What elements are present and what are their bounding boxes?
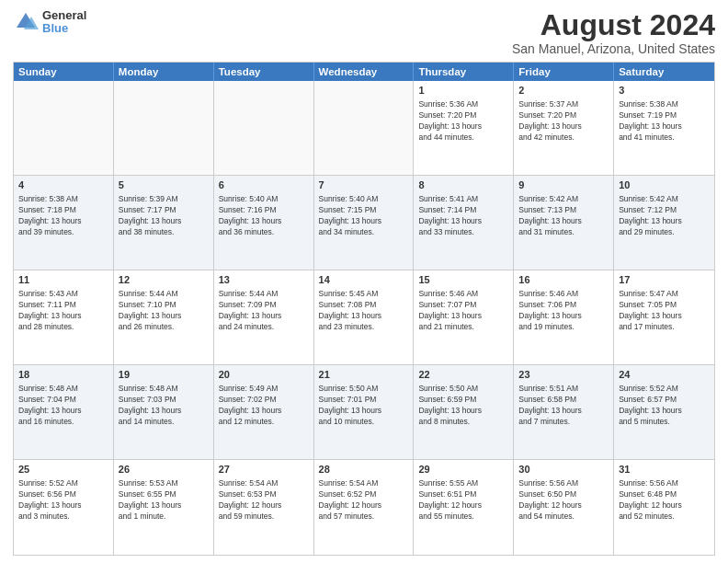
cell-info: Sunrise: 5:42 AM Sunset: 7:13 PM Dayligh…: [518, 194, 609, 238]
day-number: 30: [518, 463, 609, 477]
cell-info: Sunrise: 5:54 AM Sunset: 6:53 PM Dayligh…: [219, 478, 309, 523]
week-row-2: 4Sunrise: 5:38 AM Sunset: 7:18 PM Daylig…: [14, 176, 714, 270]
day-number: 24: [619, 368, 710, 382]
cell-info: Sunrise: 5:52 AM Sunset: 6:57 PM Dayligh…: [619, 384, 710, 428]
calendar-body: 1Sunrise: 5:36 AM Sunset: 7:20 PM Daylig…: [14, 81, 714, 555]
day-number: 5: [119, 178, 209, 192]
table-row: 26Sunrise: 5:53 AM Sunset: 6:55 PM Dayli…: [114, 460, 214, 555]
day-number: 29: [418, 463, 508, 477]
month-title: August 2024: [512, 9, 715, 41]
cell-info: Sunrise: 5:47 AM Sunset: 7:05 PM Dayligh…: [619, 289, 710, 333]
cell-info: Sunrise: 5:40 AM Sunset: 7:15 PM Dayligh…: [319, 194, 409, 238]
cell-info: Sunrise: 5:38 AM Sunset: 7:18 PM Dayligh…: [18, 194, 108, 238]
cell-info: Sunrise: 5:54 AM Sunset: 6:52 PM Dayligh…: [319, 478, 409, 523]
table-row: 22Sunrise: 5:50 AM Sunset: 6:59 PM Dayli…: [414, 365, 514, 459]
cell-info: Sunrise: 5:51 AM Sunset: 6:58 PM Dayligh…: [518, 384, 609, 428]
table-row: 19Sunrise: 5:48 AM Sunset: 7:03 PM Dayli…: [114, 365, 214, 459]
table-row: 5Sunrise: 5:39 AM Sunset: 7:17 PM Daylig…: [114, 176, 214, 270]
cell-info: Sunrise: 5:56 AM Sunset: 6:50 PM Dayligh…: [518, 478, 609, 523]
day-number: 26: [119, 463, 209, 477]
cell-info: Sunrise: 5:56 AM Sunset: 6:48 PM Dayligh…: [619, 478, 710, 523]
table-row: 23Sunrise: 5:51 AM Sunset: 6:58 PM Dayli…: [514, 365, 614, 459]
day-number: 15: [418, 273, 508, 287]
cell-info: Sunrise: 5:48 AM Sunset: 7:03 PM Dayligh…: [119, 384, 209, 428]
week-row-5: 25Sunrise: 5:52 AM Sunset: 6:56 PM Dayli…: [14, 460, 714, 555]
cell-info: Sunrise: 5:42 AM Sunset: 7:12 PM Dayligh…: [619, 194, 710, 238]
table-row: 27Sunrise: 5:54 AM Sunset: 6:53 PM Dayli…: [214, 460, 314, 555]
table-row: 12Sunrise: 5:44 AM Sunset: 7:10 PM Dayli…: [114, 270, 214, 364]
day-number: 3: [619, 84, 710, 98]
table-row: 24Sunrise: 5:52 AM Sunset: 6:57 PM Dayli…: [614, 365, 714, 459]
day-number: 21: [319, 368, 409, 382]
day-number: 14: [319, 273, 409, 287]
cell-info: Sunrise: 5:36 AM Sunset: 7:20 PM Dayligh…: [418, 99, 508, 144]
table-row: [314, 81, 415, 175]
cell-info: Sunrise: 5:53 AM Sunset: 6:55 PM Dayligh…: [119, 478, 209, 523]
day-number: 31: [619, 463, 710, 477]
cell-info: Sunrise: 5:52 AM Sunset: 6:56 PM Dayligh…: [18, 478, 108, 523]
header-saturday: Saturday: [614, 63, 714, 81]
week-row-4: 18Sunrise: 5:48 AM Sunset: 7:04 PM Dayli…: [14, 365, 714, 460]
header-thursday: Thursday: [414, 63, 514, 81]
table-row: 7Sunrise: 5:40 AM Sunset: 7:15 PM Daylig…: [314, 176, 415, 270]
cell-info: Sunrise: 5:50 AM Sunset: 7:01 PM Dayligh…: [319, 384, 409, 428]
table-row: 10Sunrise: 5:42 AM Sunset: 7:12 PM Dayli…: [614, 176, 714, 270]
day-number: 7: [319, 178, 409, 192]
table-row: [114, 81, 214, 175]
table-row: 21Sunrise: 5:50 AM Sunset: 7:01 PM Dayli…: [314, 365, 415, 459]
location: San Manuel, Arizona, United States: [512, 41, 715, 56]
table-row: 18Sunrise: 5:48 AM Sunset: 7:04 PM Dayli…: [14, 365, 114, 459]
table-row: 28Sunrise: 5:54 AM Sunset: 6:52 PM Dayli…: [314, 460, 415, 555]
calendar: Sunday Monday Tuesday Wednesday Thursday…: [13, 62, 715, 556]
day-number: 9: [518, 178, 609, 192]
day-number: 11: [18, 273, 108, 287]
table-row: [214, 81, 314, 175]
table-row: 17Sunrise: 5:47 AM Sunset: 7:05 PM Dayli…: [614, 270, 714, 364]
table-row: 2Sunrise: 5:37 AM Sunset: 7:20 PM Daylig…: [514, 81, 614, 175]
table-row: 14Sunrise: 5:45 AM Sunset: 7:08 PM Dayli…: [314, 270, 415, 364]
table-row: 16Sunrise: 5:46 AM Sunset: 7:06 PM Dayli…: [514, 270, 614, 364]
day-number: 13: [219, 273, 309, 287]
cell-info: Sunrise: 5:44 AM Sunset: 7:10 PM Dayligh…: [119, 289, 209, 333]
table-row: 20Sunrise: 5:49 AM Sunset: 7:02 PM Dayli…: [214, 365, 314, 459]
table-row: 8Sunrise: 5:41 AM Sunset: 7:14 PM Daylig…: [414, 176, 514, 270]
table-row: 31Sunrise: 5:56 AM Sunset: 6:48 PM Dayli…: [614, 460, 714, 555]
page: General Blue August 2024 San Manuel, Ari…: [0, 0, 728, 563]
title-block: August 2024 San Manuel, Arizona, United …: [512, 9, 715, 56]
header-monday: Monday: [114, 63, 214, 81]
day-number: 6: [219, 178, 309, 192]
day-number: 27: [219, 463, 309, 477]
week-row-1: 1Sunrise: 5:36 AM Sunset: 7:20 PM Daylig…: [14, 81, 714, 176]
table-row: 9Sunrise: 5:42 AM Sunset: 7:13 PM Daylig…: [514, 176, 614, 270]
cell-info: Sunrise: 5:46 AM Sunset: 7:07 PM Dayligh…: [418, 289, 508, 333]
day-number: 12: [119, 273, 209, 287]
day-number: 2: [518, 84, 609, 98]
cell-info: Sunrise: 5:55 AM Sunset: 6:51 PM Dayligh…: [418, 478, 508, 523]
day-number: 1: [418, 84, 508, 98]
table-row: 1Sunrise: 5:36 AM Sunset: 7:20 PM Daylig…: [414, 81, 514, 175]
table-row: 29Sunrise: 5:55 AM Sunset: 6:51 PM Dayli…: [414, 460, 514, 555]
table-row: 30Sunrise: 5:56 AM Sunset: 6:50 PM Dayli…: [514, 460, 614, 555]
day-number: 18: [18, 368, 108, 382]
logo: General Blue: [13, 9, 86, 36]
cell-info: Sunrise: 5:50 AM Sunset: 6:59 PM Dayligh…: [418, 384, 508, 428]
table-row: 13Sunrise: 5:44 AM Sunset: 7:09 PM Dayli…: [214, 270, 314, 364]
cell-info: Sunrise: 5:43 AM Sunset: 7:11 PM Dayligh…: [18, 289, 108, 333]
day-number: 25: [18, 463, 108, 477]
table-row: 4Sunrise: 5:38 AM Sunset: 7:18 PM Daylig…: [14, 176, 114, 270]
table-row: [14, 81, 114, 175]
table-row: 6Sunrise: 5:40 AM Sunset: 7:16 PM Daylig…: [214, 176, 314, 270]
header-tuesday: Tuesday: [214, 63, 314, 81]
cell-info: Sunrise: 5:38 AM Sunset: 7:19 PM Dayligh…: [619, 99, 710, 144]
day-number: 4: [18, 178, 108, 192]
day-number: 22: [418, 368, 508, 382]
header-friday: Friday: [514, 63, 614, 81]
logo-text: General Blue: [42, 9, 86, 36]
day-number: 8: [418, 178, 508, 192]
cell-info: Sunrise: 5:49 AM Sunset: 7:02 PM Dayligh…: [219, 384, 309, 428]
week-row-3: 11Sunrise: 5:43 AM Sunset: 7:11 PM Dayli…: [14, 270, 714, 365]
header-wednesday: Wednesday: [314, 63, 415, 81]
logo-line2: Blue: [42, 22, 86, 35]
header: General Blue August 2024 San Manuel, Ari…: [13, 9, 715, 56]
logo-icon: [13, 9, 39, 35]
